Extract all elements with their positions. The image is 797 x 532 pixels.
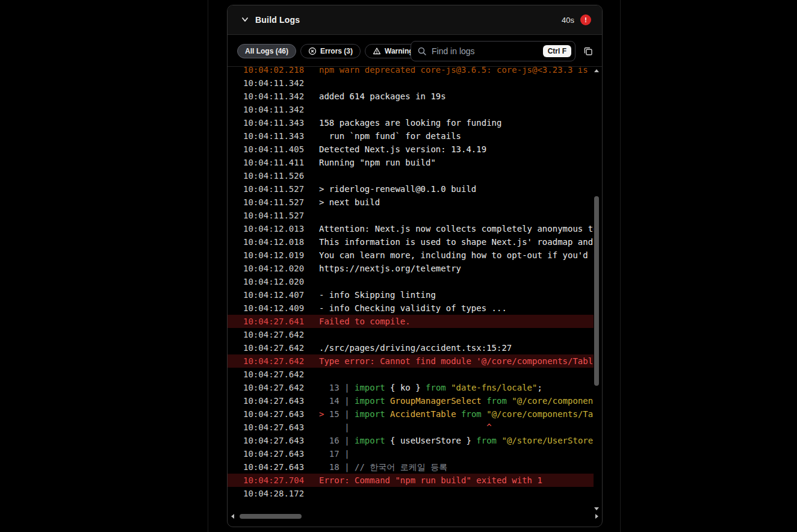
log-message: Error: Command "npm run build" exited wi…: [319, 474, 594, 487]
log-row: 10:04:12.013Attention: Next.js now colle…: [228, 222, 594, 235]
log-row: 10:04:12.020: [228, 275, 594, 288]
log-row: 10:04:11.342: [228, 76, 594, 90]
log-message: [319, 103, 594, 116]
log-row: 10:04:11.405Detected Next.js version: 13…: [228, 143, 594, 156]
log-message: - info Skipping linting: [319, 288, 594, 302]
log-row: 10:04:27.643> 15 | import AccidentTable …: [228, 407, 594, 421]
log-row: 10:04:27.642./src/pages/driving/accident…: [228, 341, 594, 354]
log-message: 18 | // 한국어 로케일 등록: [319, 460, 594, 474]
log-timestamp: 10:04:27.643: [243, 447, 304, 460]
error-count-badge: !: [580, 14, 591, 25]
log-timestamp: 10:04:28.172: [243, 487, 304, 500]
log-row: 10:04:11.527> riderlog-renewall@0.1.0 bu…: [228, 182, 594, 196]
filter-errors-label: Errors (3): [320, 47, 353, 55]
log-timestamp: 10:04:27.642: [243, 328, 304, 341]
log-timestamp: 10:04:11.343: [243, 116, 304, 129]
log-message: [319, 275, 594, 288]
log-row: 10:04:11.526: [228, 169, 594, 182]
log-message: You can learn more, including how to opt…: [319, 249, 594, 262]
log-message: 14 | import GroupManagerSelect from "@/c…: [319, 394, 594, 407]
log-row: 10:04:27.642 13 | import { ko } from "da…: [228, 381, 594, 394]
log-message: Detected Next.js version: 13.4.19: [319, 143, 594, 156]
log-message: 17 |: [319, 447, 594, 460]
log-message: > riderlog-renewall@0.1.0 build: [319, 182, 594, 196]
vertical-scrollbar[interactable]: [592, 67, 601, 513]
build-duration: 40s: [562, 16, 574, 25]
log-message: [319, 328, 594, 341]
log-timestamp: 10:04:12.020: [243, 262, 304, 275]
log-message: Type error: Cannot find module '@/core/c…: [319, 354, 594, 368]
log-timestamp: 10:04:11.343: [243, 129, 304, 143]
log-message: 13 | import { ko } from "date-fns/locale…: [319, 381, 594, 394]
log-timestamp: 10:04:27.643: [243, 421, 304, 434]
horizontal-scrollbar[interactable]: [228, 512, 602, 521]
filter-errors[interactable]: Errors (3): [300, 44, 361, 58]
log-row: 10:04:27.643 18 | // 한국어 로케일 등록: [228, 460, 594, 474]
log-message: [319, 169, 594, 182]
scroll-left-icon[interactable]: [231, 514, 234, 519]
log-row: 10:04:11.342: [228, 103, 594, 116]
log-row: 10:04:11.342added 614 packages in 19s: [228, 90, 594, 103]
log-viewport: 10:04:02.218npm warn deprecated core-js@…: [228, 67, 594, 513]
log-timestamp: 10:04:27.641: [243, 315, 304, 328]
log-message: Running "npm run build": [319, 156, 594, 169]
log-message: This information is used to shape Next.j…: [319, 235, 594, 249]
log-row: 10:04:12.409- info Checking validity of …: [228, 302, 594, 315]
copy-logs-button[interactable]: [580, 43, 596, 59]
log-message: [319, 76, 594, 90]
chevron-down-icon: [241, 15, 249, 25]
log-row: 10:04:11.411Running "npm run build": [228, 156, 594, 169]
log-timestamp: 10:04:11.342: [243, 90, 304, 103]
log-timestamp: 10:04:12.409: [243, 302, 304, 315]
log-message: [319, 209, 594, 222]
log-message: - info Checking validity of types ...: [319, 302, 594, 315]
log-row: 10:04:02.218npm warn deprecated core-js@…: [228, 67, 594, 76]
scroll-down-icon[interactable]: [594, 507, 599, 510]
build-logs-panel: Build Logs 40s ! All Logs (46) Errors (3…: [227, 5, 603, 527]
filter-all-logs[interactable]: All Logs (46): [237, 44, 296, 58]
log-message: > next build: [319, 196, 594, 209]
horizontal-scrollbar-thumb[interactable]: [240, 514, 302, 519]
collapse-toggle-button[interactable]: [238, 13, 252, 28]
log-timestamp: 10:04:11.527: [243, 182, 304, 196]
vertical-scrollbar-thumb[interactable]: [594, 196, 599, 386]
log-message: added 614 packages in 19s: [319, 90, 594, 103]
log-row: 10:04:27.704Error: Command "npm run buil…: [228, 474, 594, 487]
log-timestamp: 10:04:02.218: [243, 67, 304, 76]
log-timestamp: 10:04:27.643: [243, 394, 304, 407]
filter-pills: All Logs (46) Errors (3) Warnings (: [237, 44, 430, 58]
log-timestamp: 10:04:27.704: [243, 474, 304, 487]
log-row: 10:04:11.527> next build: [228, 196, 594, 209]
log-row: 10:04:28.172: [228, 487, 594, 500]
log-message: 16 | import { useUserStore } from "@/sto…: [319, 434, 594, 447]
log-timestamp: 10:04:27.643: [243, 460, 304, 474]
log-row: 10:04:27.642Type error: Cannot find modu…: [228, 354, 594, 368]
log-row: 10:04:27.643 14 | import GroupManagerSel…: [228, 394, 594, 407]
log-timestamp: 10:04:27.642: [243, 341, 304, 354]
log-row: 10:04:12.407- info Skipping linting: [228, 288, 594, 302]
warning-triangle-icon: [373, 47, 381, 55]
search-shortcut-badge: Ctrl F: [543, 45, 571, 57]
log-timestamp: 10:04:11.527: [243, 196, 304, 209]
log-row: 10:04:27.641Failed to compile.: [228, 315, 594, 328]
log-timestamp: 10:04:11.526: [243, 169, 304, 182]
circle-x-icon: [308, 47, 317, 55]
log-message: ./src/pages/driving/accident.tsx:15:27: [319, 341, 594, 354]
scroll-right-icon[interactable]: [595, 514, 598, 519]
search-input[interactable]: [432, 46, 543, 56]
log-message: [319, 368, 594, 381]
panel-header: Build Logs 40s !: [228, 5, 602, 35]
log-row: 10:04:12.019You can learn more, includin…: [228, 249, 594, 262]
log-timestamp: 10:04:12.020: [243, 275, 304, 288]
log-row: 10:04:27.643 16 | import { useUserStore …: [228, 434, 594, 447]
log-timestamp: 10:04:11.527: [243, 209, 304, 222]
panel-title: Build Logs: [255, 15, 300, 25]
log-timestamp: 10:04:11.342: [243, 76, 304, 90]
log-message: 158 packages are looking for funding: [319, 116, 594, 129]
log-row: 10:04:11.343158 packages are looking for…: [228, 116, 594, 129]
log-timestamp: 10:04:12.013: [243, 222, 304, 235]
content-column: Build Logs 40s ! All Logs (46) Errors (3…: [208, 0, 621, 532]
scroll-up-icon[interactable]: [594, 69, 599, 72]
log-timestamp: 10:04:12.018: [243, 235, 304, 249]
copy-icon: [583, 46, 594, 57]
